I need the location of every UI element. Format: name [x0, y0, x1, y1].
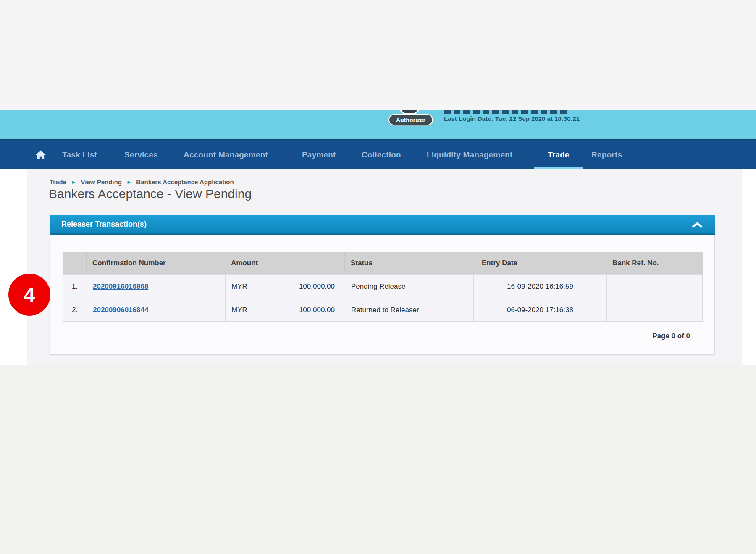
- confirmation-number-link[interactable]: 20200916016868: [93, 282, 148, 291]
- row-index: 1.: [63, 275, 87, 298]
- status-cell: Returned to Releaser: [345, 298, 473, 321]
- page-indicator: Page 0 of 0: [652, 332, 690, 340]
- col-header-index: [63, 252, 86, 274]
- confirmation-number-link[interactable]: 20200906016844: [93, 306, 148, 314]
- nav-item-label: Account Management: [184, 150, 268, 159]
- nav-item-label: Task List: [62, 150, 97, 159]
- table-row: 2. 20200906016844 MYR 100,000.00 Returne…: [63, 298, 702, 321]
- nav-item-label: Collection: [362, 150, 401, 159]
- user-name-redacted: [444, 110, 570, 114]
- nav-item-task-list[interactable]: Task List: [62, 140, 97, 169]
- amount-value: 100,000.00: [299, 306, 335, 314]
- currency-code: MYR: [231, 306, 247, 314]
- top-overlay-band: [0, 0, 756, 110]
- annotation-step-badge: 4: [8, 274, 50, 316]
- last-login-text: Last Login Date: Tue, 22 Sep 2020 at 10:…: [444, 115, 580, 122]
- currency-code: MYR: [231, 282, 247, 291]
- app-header-band: RHB Reflex Authorizer Last Login Date: T…: [0, 110, 756, 139]
- entry-date-cell: 16-09-2020 16:16:59: [473, 275, 606, 298]
- nav-item-label: Payment: [302, 150, 336, 159]
- breadcrumb: Trade ▸ View Pending ▸ Bankers Acceptanc…: [50, 178, 234, 186]
- role-badge: Authorizer: [388, 114, 433, 125]
- nav-item-services[interactable]: Services: [124, 140, 158, 169]
- status-cell: Pending Release: [345, 275, 473, 298]
- panel-title: Releaser Transaction(s): [61, 220, 147, 229]
- breadcrumb-arrow-icon: ▸: [128, 179, 131, 185]
- entry-date-cell: 06-09-2020 17:16:38: [473, 298, 606, 321]
- nav-item-reports[interactable]: Reports: [591, 140, 622, 169]
- main-content-area: Trade ▸ View Pending ▸ Bankers Acceptanc…: [0, 169, 756, 365]
- nav-item-trade[interactable]: Trade: [534, 140, 583, 169]
- amount-value: 100,000.00: [299, 282, 335, 291]
- row-index: 2.: [63, 298, 87, 321]
- transactions-table: Confirmation Number Amount Status Entry …: [63, 252, 703, 322]
- col-header-confirmation-number: Confirmation Number: [86, 252, 225, 274]
- screenshot-root: RHB Reflex Authorizer Last Login Date: T…: [0, 0, 756, 554]
- panel-header[interactable]: Releaser Transaction(s): [50, 215, 715, 235]
- table-row: 1. 20200916016868 MYR 100,000.00 Pending…: [63, 274, 702, 298]
- nav-item-label: Services: [124, 150, 158, 159]
- col-header-status: Status: [344, 252, 473, 274]
- breadcrumb-view-pending[interactable]: View Pending: [81, 178, 122, 186]
- col-header-bank-ref-no: Bank Ref. No.: [606, 252, 701, 274]
- collapse-chevron-icon[interactable]: [691, 222, 703, 230]
- nav-item-liquidity-management[interactable]: Liquidity Management: [427, 140, 513, 169]
- amount-cell: MYR 100,000.00: [225, 275, 345, 298]
- page-title: Bankers Acceptance - View Pending: [49, 187, 252, 201]
- table-header-row: Confirmation Number Amount Status Entry …: [63, 252, 703, 274]
- breadcrumb-trade[interactable]: Trade: [50, 178, 66, 186]
- nav-item-account-management[interactable]: Account Management: [184, 140, 268, 169]
- bank-ref-cell: [606, 298, 701, 321]
- nav-item-label: Reports: [591, 150, 622, 159]
- amount-cell: MYR 100,000.00: [225, 298, 345, 321]
- active-tab-underline: [534, 167, 583, 169]
- bank-ref-cell: [606, 275, 701, 298]
- nav-item-label: Liquidity Management: [427, 150, 513, 159]
- col-header-entry-date: Entry Date: [473, 252, 606, 274]
- breadcrumb-bankers-acceptance-application[interactable]: Bankers Acceptance Application: [136, 178, 234, 186]
- releaser-transactions-panel: Releaser Transaction(s) Confirmation Num…: [50, 215, 715, 355]
- bottom-background: [0, 365, 756, 554]
- home-icon-glyph: [35, 150, 46, 160]
- nav-item-payment[interactable]: Payment: [302, 140, 336, 169]
- col-header-amount: Amount: [225, 252, 344, 274]
- breadcrumb-arrow-icon: ▸: [72, 179, 75, 185]
- nav-item-label: Trade: [548, 150, 570, 159]
- home-icon[interactable]: [35, 140, 46, 169]
- nav-item-collection[interactable]: Collection: [362, 140, 401, 169]
- main-navbar: Task List Services Account Management Pa…: [0, 139, 756, 169]
